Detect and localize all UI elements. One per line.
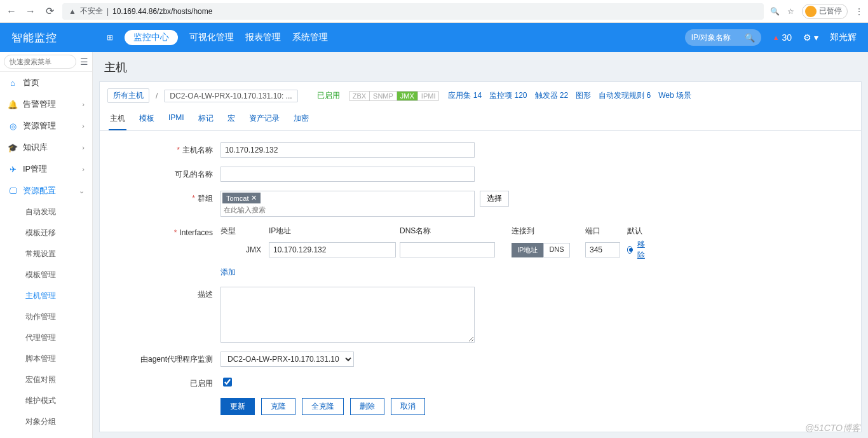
iface-port-input[interactable] (585, 242, 620, 257)
tab-3[interactable]: 标记 (197, 109, 215, 130)
ipmi-chip: IPMI (418, 92, 439, 100)
sidebar-subitem-11[interactable]: 标签管理 (0, 432, 92, 438)
add-iface-link[interactable]: 添加 (220, 268, 236, 277)
full-clone-button[interactable]: 全克隆 (302, 398, 344, 415)
tab-4[interactable]: 宏 (226, 109, 236, 130)
url-text: 10.169.44.86/zbx/hosts/home (112, 7, 212, 16)
tab-2[interactable]: IPMI (167, 109, 186, 130)
tab-1[interactable]: 模板 (138, 109, 156, 130)
paused-label: 已暂停 (819, 6, 842, 17)
menu-icon[interactable]: ⋮ (855, 7, 863, 16)
search-placeholder: IP/对象名称 (691, 32, 731, 43)
top-navbar: 智能监控 ⊞ 监控中心 可视化管理 报表管理 系统管理 IP/对象名称 🔍 ▲ … (0, 23, 868, 52)
crumb-current-host[interactable]: DC2-OA-LW-PRX-10.170.131.10: ... (164, 90, 297, 102)
profile-button[interactable]: 已暂停 (802, 4, 848, 19)
alarm-count-value: 30 (782, 32, 792, 43)
enabled-checkbox[interactable] (223, 378, 232, 387)
tab-5[interactable]: 资产记录 (248, 109, 281, 130)
back-icon[interactable]: ← (5, 6, 18, 17)
label-groups: 群组 (198, 194, 213, 203)
host-card: 所有主机 / DC2-OA-LW-PRX-10.170.131.10: ... … (99, 81, 862, 432)
jmx-chip: JMX (397, 92, 418, 100)
sidebar-item-2[interactable]: ◎ 资源管理 › (0, 115, 92, 137)
stat-0[interactable]: 应用集 14 (448, 91, 482, 100)
main-content: 主机 所有主机 / DC2-OA-LW-PRX-10.170.131.10: .… (93, 52, 868, 438)
watermark: @51CTO博客 (805, 423, 860, 434)
sidebar-item-1[interactable]: 🔔 告警管理 › (0, 93, 92, 115)
sidebar-icon-2: ◎ (8, 121, 18, 131)
description-textarea[interactable] (220, 287, 475, 343)
sidebar-subitem-4[interactable]: 主机管理 (0, 285, 92, 306)
default-radio[interactable] (627, 246, 632, 254)
forward-icon[interactable]: → (24, 6, 37, 17)
sidebar-item-4[interactable]: ✈ IP管理 › (0, 158, 92, 180)
sidebar-item-0[interactable]: ⌂ 首页 (0, 72, 92, 93)
label-interfaces: Interfaces (179, 228, 213, 237)
remove-tag-icon[interactable]: ✕ (251, 194, 257, 202)
sidebar-icon-4: ✈ (8, 165, 18, 174)
sidebar-subitem-2[interactable]: 常规设置 (0, 243, 92, 264)
sidebar-subitem-6[interactable]: 代理管理 (0, 327, 92, 348)
sidebar-search-input[interactable] (4, 55, 76, 69)
label-hostname: 主机名称 (182, 146, 213, 154)
group-tagbox[interactable]: Tomcat ✕ (220, 191, 475, 217)
remove-iface-link[interactable]: 移除 (637, 239, 646, 261)
sidebar-item-3[interactable]: 🎓 知识库 › (0, 137, 92, 158)
hostname-input[interactable] (220, 142, 475, 158)
global-search[interactable]: IP/对象名称 🔍 (685, 29, 761, 46)
sidebar-subitem-1[interactable]: 模板迁移 (0, 222, 92, 243)
select-group-button[interactable]: 选择 (480, 191, 509, 207)
group-search-input[interactable] (222, 205, 473, 215)
enabled-status: 已启用 (317, 90, 340, 101)
address-bar[interactable]: ▲ 不安全 | 10.169.44.86/zbx/hosts/home (62, 3, 764, 20)
label-enabled: 已启用 (190, 379, 213, 388)
proxy-select[interactable]: DC2-OA-LW-PRX-10.170.131.10 (220, 352, 354, 367)
alarm-counter[interactable]: ▲ 30 (773, 32, 792, 43)
warning-icon: ▲ (69, 7, 76, 16)
stat-4[interactable]: 自动发现规则 6 (599, 91, 651, 100)
reload-icon[interactable]: ⟳ (43, 5, 56, 17)
stat-1[interactable]: 监控项 120 (489, 91, 527, 100)
zoom-icon[interactable]: 🔍 (770, 7, 780, 16)
label-proxy: 由agent代理程序监测 (140, 355, 213, 364)
tab-6[interactable]: 加密 (292, 109, 310, 130)
sidebar-subitem-3[interactable]: 模板管理 (0, 264, 92, 285)
user-menu[interactable]: 郑光辉 (830, 32, 857, 43)
nav-visualization[interactable]: 可视化管理 (189, 32, 234, 43)
label-desc: 描述 (198, 290, 213, 299)
sidebar-subitem-10[interactable]: 对象分组 (0, 411, 92, 432)
group-tag-tomcat[interactable]: Tomcat ✕ (222, 193, 261, 203)
stat-2[interactable]: 触发器 22 (535, 91, 569, 100)
stat-5[interactable]: Web 场景 (658, 91, 691, 100)
iface-dns-input[interactable] (400, 242, 495, 257)
nav-system[interactable]: 系统管理 (292, 32, 328, 43)
sidebar-subitem-9[interactable]: 维护模式 (0, 390, 92, 411)
connect-toggle[interactable]: IP地址 DNS (512, 243, 581, 257)
sidebar-subitem-5[interactable]: 动作管理 (0, 306, 92, 327)
update-button[interactable]: 更新 (220, 398, 255, 415)
nav-reports[interactable]: 报表管理 (245, 32, 281, 43)
sidebar-collapse-icon[interactable]: ☰ (80, 57, 88, 67)
chevron-icon: ⌄ (79, 187, 85, 195)
host-tabs: 主机模板IPMI标记宏资产记录加密 (100, 106, 861, 131)
chevron-icon: › (82, 144, 85, 151)
clone-button[interactable]: 克隆 (261, 398, 295, 415)
tab-0[interactable]: 主机 (109, 109, 126, 130)
snmp-chip: SNMP (370, 92, 397, 100)
delete-button[interactable]: 删除 (350, 398, 384, 415)
sidebar-subitem-7[interactable]: 脚本管理 (0, 348, 92, 369)
sidebar-item-5[interactable]: 🖵 资源配置 ⌄ (0, 180, 92, 202)
sidebar-subitem-8[interactable]: 宏值对照 (0, 369, 92, 390)
label-visible: 可见的名称 (175, 170, 213, 179)
iface-ip-input[interactable] (269, 242, 396, 257)
crumb-all-hosts[interactable]: 所有主机 (107, 88, 149, 103)
bookmark-icon[interactable]: ☆ (787, 7, 794, 16)
nav-monitor-center[interactable]: 监控中心 (125, 30, 178, 45)
sidebar-subitem-0[interactable]: 自动发现 (0, 202, 92, 222)
chevron-icon: › (82, 122, 85, 130)
nav-apps-icon[interactable]: ⊞ (107, 33, 113, 42)
stat-3[interactable]: 图形 (576, 91, 591, 100)
visible-name-input[interactable] (220, 167, 475, 182)
cancel-button[interactable]: 取消 (391, 398, 425, 415)
settings-icon[interactable]: ⚙ ▾ (803, 32, 818, 43)
